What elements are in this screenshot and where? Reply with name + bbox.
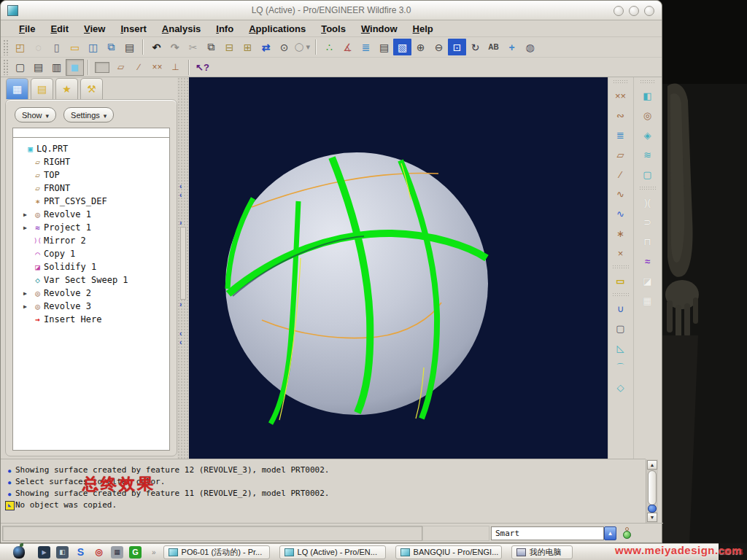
minimize-button[interactable] (614, 6, 624, 16)
taskbar-button[interactable]: BANGQIU - Pro/ENGI... (395, 545, 502, 559)
mirror-tool-icon[interactable]: )( (638, 193, 657, 211)
apple-start-icon[interactable] (13, 546, 25, 559)
redo-icon[interactable]: ↷ (166, 39, 184, 55)
analysis-icon[interactable]: ∡ (338, 39, 357, 55)
render-icon[interactable]: ◍ (521, 39, 539, 55)
print-icon[interactable]: ▤ (120, 39, 139, 55)
maximize-button[interactable] (629, 6, 639, 16)
menu-item[interactable]: Analysis (162, 23, 201, 34)
saved-views-icon[interactable]: AB (484, 39, 503, 55)
layer-tool-icon[interactable]: ≣ (611, 126, 630, 144)
favorites-tab[interactable]: ★ (55, 78, 78, 99)
hole-tool-icon[interactable]: ∪ (611, 300, 630, 318)
filter-spinner-button[interactable]: ▲▼ (604, 526, 616, 540)
expand-right-icon[interactable]: › (179, 302, 182, 308)
point-display-toggle-icon[interactable]: ×× (148, 59, 166, 76)
datum-graph-tool-icon[interactable]: ∾ (611, 106, 630, 125)
open-icon[interactable]: ▭ (66, 39, 84, 55)
view-manager-icon[interactable]: ▤ (375, 39, 393, 55)
panel-sash[interactable]: ‹ ‹ › › ‹ ‹ (177, 77, 189, 459)
graphics-area[interactable] (189, 77, 608, 459)
menu-item[interactable]: Applications (249, 23, 306, 34)
plane-display-toggle-icon[interactable]: ▱ (112, 59, 130, 76)
tree-item[interactable]: ▣ LQ.PRT (13, 142, 169, 155)
thicken-tool-icon[interactable]: ◪ (638, 272, 657, 290)
offset-tool-icon[interactable]: ▦ (638, 292, 657, 310)
refit-icon[interactable]: ⊡ (448, 39, 466, 55)
tree-item[interactable]: ▱ TOP (13, 168, 169, 182)
var-sect-sweep-tool-icon[interactable]: ◈ (638, 126, 657, 144)
menu-item[interactable]: Info (216, 23, 233, 34)
folder-browser-tab[interactable]: ▤ (31, 78, 53, 99)
csys-tool-icon[interactable]: ∗ (611, 225, 630, 243)
shell-tool-icon[interactable]: ▢ (611, 319, 630, 338)
round-tool-icon[interactable]: ⌒ (611, 359, 630, 377)
search-tool-icon[interactable]: ◎ (93, 546, 105, 559)
chevron-right-icon[interactable]: » (152, 548, 156, 556)
tool-icon[interactable] (639, 186, 657, 191)
spin-center-icon[interactable]: + (503, 39, 521, 55)
media-player-icon[interactable]: ▶ (38, 546, 50, 559)
draft-tool-icon[interactable]: ◺ (611, 339, 630, 357)
select-mode-icon[interactable]: ◯ ▾ (293, 39, 311, 55)
toolbar-gripper[interactable] (613, 79, 629, 85)
hidden-line-icon[interactable]: ▤ (29, 59, 47, 76)
tree-item[interactable]: → Insert Here (13, 313, 169, 326)
find-icon[interactable]: ⊙ (275, 39, 293, 55)
model-tree-toggle-icon[interactable]: ∴ (320, 39, 338, 55)
connections-tab[interactable]: ⚒ (80, 78, 103, 99)
photo-app-icon[interactable]: ◧ (56, 546, 69, 559)
scroll-up-icon[interactable]: ▲ (647, 460, 657, 470)
save-icon[interactable]: ◫ (84, 39, 102, 55)
expand-arrow-icon[interactable]: ▶ (23, 290, 31, 297)
expand-arrow-icon[interactable]: ▶ (23, 225, 31, 231)
layers-icon[interactable]: ≣ (357, 39, 375, 55)
menu-item[interactable]: Window (361, 23, 398, 34)
chamfer-tool-icon[interactable]: ◇ (611, 378, 630, 397)
expand-right-icon[interactable]: › (179, 220, 182, 226)
selection-filter-input[interactable] (491, 526, 604, 540)
tree-item[interactable]: ▶ ◎ Revolve 2 (13, 287, 169, 300)
toolbar-gripper[interactable] (640, 79, 656, 85)
curve-tool-icon[interactable]: ∿ (611, 185, 630, 203)
browser-icon[interactable]: S (74, 546, 87, 559)
expand-arrow-icon[interactable]: ▶ (23, 211, 31, 218)
zoom-out-icon[interactable]: ⊖ (430, 39, 448, 55)
title-bar[interactable]: LQ (Active) - Pro/ENGINEER Wildfire 3.0 (1, 1, 662, 20)
tool-icon[interactable] (612, 265, 630, 270)
wireframe-icon[interactable]: ▢ (11, 59, 29, 76)
tree-item[interactable]: ∗ PRT_CSYS_DEF (13, 195, 169, 208)
palette-icon[interactable] (95, 62, 109, 73)
cut-icon[interactable]: ✂ (184, 39, 202, 55)
context-help-icon[interactable]: ↖? (193, 59, 212, 76)
point-array-tool-icon[interactable]: × (611, 244, 630, 262)
no-hidden-icon[interactable]: ▥ (47, 59, 66, 76)
axis-display-toggle-icon[interactable]: ∕ (130, 59, 148, 76)
menu-item[interactable]: Insert (120, 23, 146, 34)
copy-icon[interactable]: ⧉ (202, 39, 220, 55)
tree-item[interactable]: ▶ ◎ Revolve 3 (13, 300, 169, 313)
boundary-blend-tool-icon[interactable]: ≋ (638, 146, 657, 164)
sketch-tool-icon[interactable]: ▭ (611, 272, 630, 290)
sash-track[interactable] (180, 227, 186, 300)
taskbar-button[interactable]: 我的电脑 (511, 545, 573, 559)
reorient-icon[interactable]: ↻ (466, 39, 484, 55)
new-icon[interactable]: ▯ (47, 39, 66, 55)
menu-item[interactable]: View (84, 23, 105, 34)
tree-item[interactable]: ▶ ≈ Project 1 (13, 221, 169, 234)
paste-icon[interactable]: ⊟ (220, 39, 239, 55)
menu-item[interactable]: Tools (321, 23, 346, 34)
show-button[interactable]: Show (15, 107, 56, 122)
undo-icon[interactable]: ↶ (147, 39, 166, 55)
save-a-copy-icon[interactable]: ⧉ (102, 39, 120, 55)
fill-tool-icon[interactable]: ▢ (638, 166, 657, 184)
shaded-icon[interactable]: ◼ (66, 59, 84, 76)
csys-display-toggle-icon[interactable]: ⊥ (166, 59, 185, 76)
message-scrollbar[interactable]: ▲ ▼ (646, 459, 658, 523)
open-session-icon[interactable]: ◰ (11, 39, 29, 55)
merge-tool-icon[interactable]: ⊓ (638, 233, 657, 251)
tree-item[interactable]: ⌒ Copy 1 (13, 247, 169, 260)
expand-arrow-icon[interactable]: ▶ (23, 303, 31, 310)
tree-item[interactable]: ▱ FRONT (13, 182, 169, 195)
taskbar-button[interactable]: LQ (Active) - Pro/EN... (279, 545, 386, 559)
